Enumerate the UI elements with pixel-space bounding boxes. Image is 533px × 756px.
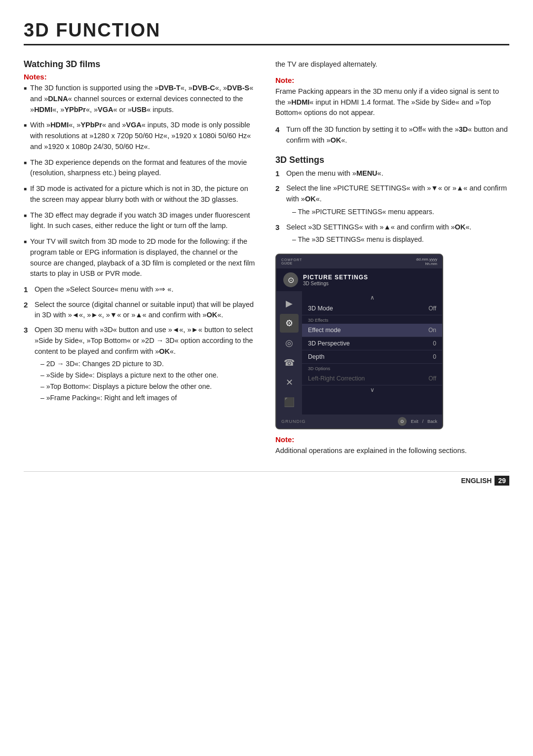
nav-back-label: Back [427, 419, 437, 424]
step-4: 4 Turn off the 3D function by setting it… [275, 124, 509, 146]
step-2: 2 Select the source (digital channel or … [24, 300, 258, 321]
nav-exit-label: Exit [411, 419, 418, 424]
watching-3d-title: Watching 3D films [24, 59, 258, 70]
tv-row-effect-mode: Effect mode On [302, 324, 442, 337]
step-s3: 3 Select »3D SETTINGS« with »▲« and conf… [275, 222, 509, 246]
sidebar-icon-play: ▶ [280, 294, 299, 313]
tv-menu-icon: ⊙ [283, 272, 298, 287]
tv-content: ∧ 3D Mode Off 3D Effects Effect mode On [302, 291, 442, 415]
notes-list: The 3D function is supported using the »… [24, 83, 258, 279]
tv-menu-titles: PICTURE SETTINGS 3D Settings [303, 274, 368, 286]
list-item: The 3D effect may degrade if you watch 3… [24, 210, 258, 232]
tv-section-3d-effects: 3D Effects [302, 315, 442, 324]
3d-settings-steps: 1 Open the menu with »MENU«. 2 Select th… [275, 168, 509, 246]
right-steps-list: 4 Turn off the 3D function by setting it… [275, 124, 509, 146]
step-s2: 2 Select the line »PICTURE SETTINGS« wit… [275, 183, 509, 218]
tv-row-depth: Depth 0 [302, 350, 442, 364]
tv-body: ▶ ⚙ ◎ ☎ ✕ ⬛ ∧ 3D Mode Off [276, 291, 442, 415]
list-item: If 3D mode is activated for a picture wh… [24, 184, 258, 205]
scroll-up-arrow: ∧ [302, 293, 442, 302]
steps-list: 1 Open the »Select Source« menu with »⇒ … [24, 284, 258, 404]
right-column: the TV are displayed alternately. Note: … [275, 59, 509, 456]
tv-logo-area: COMFORT GUIDE [281, 258, 302, 265]
note-label-2: Note: [275, 435, 509, 444]
sub-item: 2D → 3D«: Changes 2D picture to 3D. [35, 359, 258, 369]
sub-item: The »PICTURE SETTINGS« menu appears. [286, 207, 509, 217]
nav-circle-btn: ⊙ [398, 417, 407, 426]
step-1: 1 Open the »Select Source« menu with »⇒ … [24, 284, 258, 296]
page-title: 3D FUNCTION [24, 20, 509, 45]
tv-row-3d-mode: 3D Mode Off [302, 302, 442, 315]
left-column: Watching 3D films Notes: The 3D function… [24, 59, 258, 456]
sub-item: »Side by Side«: Displays a picture next … [35, 370, 258, 380]
note-text-1: Frame Packing appears in the 3D menu onl… [275, 86, 509, 118]
intro-text: the TV are displayed alternately. [275, 59, 509, 70]
tv-menu-sub-label: 3D Settings [303, 281, 368, 286]
tv-menu-header: ⊙ PICTURE SETTINGS 3D Settings [276, 268, 442, 291]
note-text-2: Additional operations are explained in t… [275, 446, 509, 456]
tv-section-3d-options: 3D Options [302, 364, 442, 372]
guide-label: GUIDE [281, 262, 292, 265]
comfort-label: COMFORT [281, 258, 302, 262]
tv-nav-buttons: ⊙ Exit / Back [398, 417, 437, 426]
footer-language: ENGLISH [461, 477, 492, 485]
tv-row-left-right: Left-Right Correction Off [302, 372, 442, 385]
sub-item: »Frame Packing«: Right and left images o… [35, 393, 258, 403]
sub-item: The »3D SETTINGS« menu is displayed. [286, 234, 509, 245]
sidebar-icon-close: ✕ [280, 373, 299, 392]
scroll-down-arrow: ∨ [302, 385, 442, 394]
tv-datetime: dd.mm.yyyyhh.mm [416, 257, 437, 266]
notes-label: Notes: [24, 73, 258, 81]
list-item: With »HDMI«, »YPbPr« and »VGA« inputs, 3… [24, 120, 258, 152]
sidebar-icon-record: ⬛ [280, 393, 299, 412]
3d-settings-title: 3D Settings [275, 155, 509, 165]
sidebar-icon-settings: ⚙ [280, 314, 299, 333]
tv-sidebar: ▶ ⚙ ◎ ☎ ✕ ⬛ [276, 291, 302, 415]
tv-footer: GRUNDIG ⊙ Exit / Back [276, 415, 442, 428]
footer-page-number: 29 [495, 476, 509, 486]
tv-top-bar: COMFORT GUIDE dd.mm.yyyyhh.mm [276, 255, 442, 268]
page-footer: ENGLISH 29 [24, 471, 509, 486]
3d-settings-section: 3D Settings 1 Open the menu with »MENU«.… [275, 155, 509, 457]
sidebar-icon-eye: ◎ [280, 334, 299, 352]
step-s1: 1 Open the menu with »MENU«. [275, 168, 509, 180]
grundig-logo: GRUNDIG [281, 419, 306, 424]
tv-row-3d-perspective: 3D Perspective 0 [302, 337, 442, 350]
nav-sep: / [422, 419, 423, 424]
sub-item: »Top Bottom«: Displays a picture below t… [35, 381, 258, 392]
note-label-1: Note: [275, 76, 509, 84]
tv-menu-main-label: PICTURE SETTINGS [303, 274, 368, 281]
list-item: The 3D experience depends on the format … [24, 157, 258, 179]
list-item: The 3D function is supported using the »… [24, 83, 258, 115]
list-item: Your TV will switch from 3D mode to 2D m… [24, 236, 258, 279]
tv-screen-mockup: COMFORT GUIDE dd.mm.yyyyhh.mm ⊙ PICTURE … [275, 254, 443, 429]
sidebar-icon-audio: ☎ [280, 353, 299, 372]
step-3: 3 Open 3D menu with »3D« button and use … [24, 325, 258, 404]
